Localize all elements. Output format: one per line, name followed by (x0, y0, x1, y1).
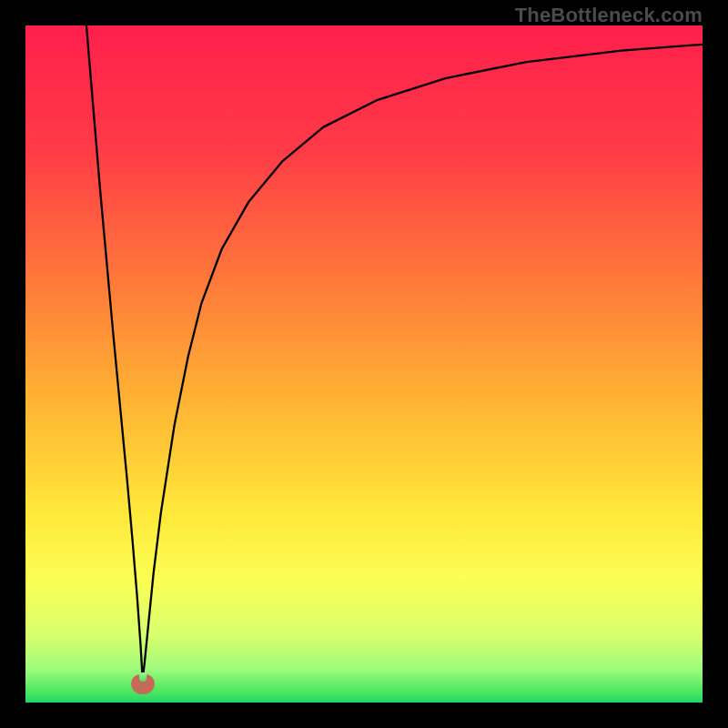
plot-area (25, 25, 703, 703)
bottleneck-curve (25, 25, 703, 703)
watermark-text: TheBottleneck.com (515, 4, 703, 27)
minimum-marker (131, 674, 155, 694)
chart-frame: TheBottleneck.com (0, 0, 728, 728)
